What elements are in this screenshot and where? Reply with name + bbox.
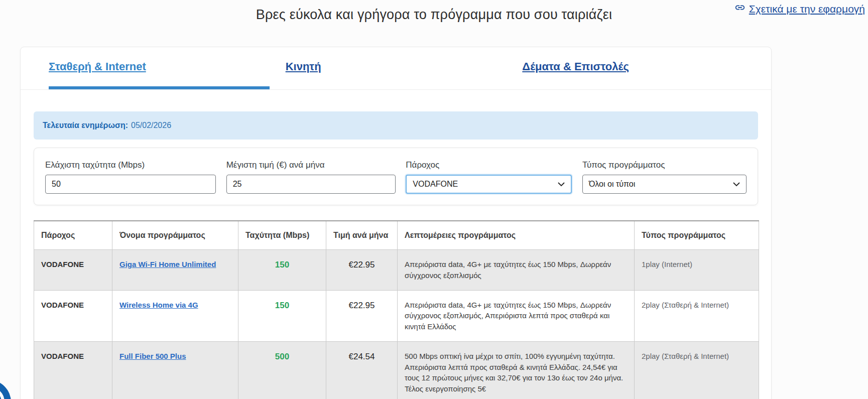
details-cell: 500 Mbps οπτική ίνα μέχρι το σπίτι, 100%… — [398, 341, 635, 399]
plan-name-cell: Wireless Home via 4G — [112, 290, 238, 341]
max-price-input[interactable] — [226, 175, 396, 194]
plan-type-select[interactable]: Όλοι οι τύποι — [582, 175, 747, 194]
details-cell: Απεριόριστα data, 4G+ με ταχύτητες έως 1… — [398, 250, 635, 291]
header-provider: Πάροχος — [34, 221, 112, 250]
filters-panel: Ελάχιστη ταχύτητα (Mbps) Μέγιστη τιμή (€… — [34, 148, 758, 205]
filter-provider: Πάροχος VODAFONE — [406, 160, 572, 194]
last-update-value: 05/02/2026 — [131, 121, 171, 130]
plan-name-cell: Giga Wi-Fi Home Unlimited — [112, 250, 238, 291]
min-speed-label: Ελάχιστη ταχύτητα (Mbps) — [45, 160, 216, 170]
speed-cell: 500 — [238, 341, 326, 399]
tab-parcels-letters[interactable]: Δέματα & Επιστολές — [522, 60, 743, 89]
chevron-down-icon — [558, 182, 565, 187]
table-header: Πάροχος Όνομα προγράμματος Ταχύτητα (Mbp… — [34, 221, 759, 250]
header-plan-type: Τύπος προγράμματος — [635, 221, 759, 250]
plan-type-cell: 2play (Σταθερή & Internet) — [635, 341, 759, 399]
chevron-down-icon — [733, 182, 740, 187]
plan-type-cell: 1play (Internet) — [635, 250, 759, 291]
tab-fixed-internet[interactable]: Σταθερή & Internet — [49, 60, 270, 89]
header-details: Λεπτομέρειες προγράμματος — [398, 221, 635, 250]
last-update-label: Τελευταία ενημέρωση: — [43, 121, 128, 130]
filter-max-price: Μέγιστη τιμή (€) ανά μήνα — [226, 160, 396, 194]
provider-cell: VODAFONE — [34, 341, 112, 399]
table-row: VODAFONE Giga Wi-Fi Home Unlimited 150 €… — [34, 250, 759, 291]
price-cell: €22.95 — [326, 290, 398, 341]
speed-cell: 150 — [238, 250, 326, 291]
speed-cell: 150 — [238, 290, 326, 341]
provider-label: Πάροχος — [406, 160, 572, 170]
plan-type-label: Τύπος προγράμματος — [582, 160, 747, 170]
provider-select-value: VODAFONE — [413, 180, 458, 189]
header-speed: Ταχύτητα (Mbps) — [238, 221, 326, 250]
tab-mobile[interactable]: Κινητή — [286, 60, 507, 89]
plan-name-cell: Full Fiber 500 Plus — [112, 341, 238, 399]
provider-cell: VODAFONE — [34, 250, 112, 291]
link-icon — [734, 2, 746, 16]
max-price-label: Μέγιστη τιμή (€) ανά μήνα — [226, 160, 396, 170]
chat-widget-bubble[interactable] — [0, 380, 11, 399]
plan-link[interactable]: Wireless Home via 4G — [119, 301, 198, 309]
provider-select[interactable]: VODAFONE — [406, 175, 572, 194]
filter-min-speed: Ελάχιστη ταχύτητα (Mbps) — [45, 160, 216, 194]
price-cell: €24.54 — [326, 341, 398, 399]
table-row: VODAFONE Wireless Home via 4G 150 €22.95… — [34, 290, 759, 341]
last-update-banner: Τελευταία ενημέρωση: 05/02/2026 — [34, 111, 758, 140]
plans-table: Πάροχος Όνομα προγράμματος Ταχύτητα (Mbp… — [34, 220, 759, 399]
plan-link[interactable]: Giga Wi-Fi Home Unlimited — [119, 260, 216, 269]
main-card: Σταθερή & Internet Κινητή Δέματα & Επιστ… — [20, 47, 772, 399]
about-app-link[interactable]: Σχετικά με την εφαρμογή — [734, 2, 865, 16]
details-cell: Απεριόριστα data, 4G+ με ταχύτητες έως 1… — [398, 290, 635, 341]
card-body: Τελευταία ενημέρωση: 05/02/2026 Ελάχιστη… — [21, 111, 771, 399]
topbar: Σχετικά με την εφαρμογή — [0, 2, 865, 16]
min-speed-input[interactable] — [45, 175, 216, 194]
plan-type-cell: 2play (Σταθερή & Internet) — [635, 290, 759, 341]
price-cell: €22.95 — [326, 250, 398, 291]
table-row: VODAFONE Full Fiber 500 Plus 500 €24.54 … — [34, 341, 759, 399]
plan-type-select-value: Όλοι οι τύποι — [589, 180, 635, 189]
header-plan-name: Όνομα προγράμματος — [112, 221, 238, 250]
tab-bar: Σταθερή & Internet Κινητή Δέματα & Επιστ… — [21, 47, 771, 90]
header-price: Τιμή ανά μήνα — [326, 221, 398, 250]
filter-plan-type: Τύπος προγράμματος Όλοι οι τύποι — [582, 160, 747, 194]
provider-cell: VODAFONE — [34, 290, 112, 341]
about-app-label: Σχετικά με την εφαρμογή — [749, 3, 865, 15]
plan-link[interactable]: Full Fiber 500 Plus — [119, 352, 186, 360]
